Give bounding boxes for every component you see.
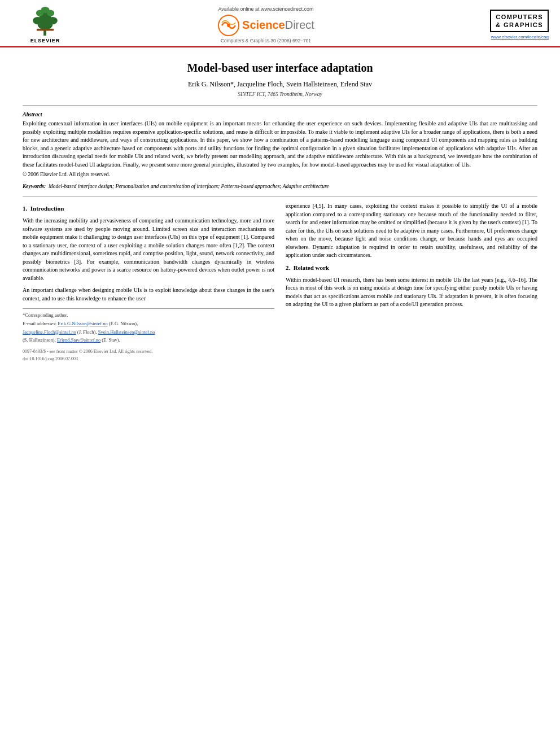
title-divider	[23, 105, 537, 106]
abstract-section: Abstract Exploiting contextual informati…	[23, 111, 537, 177]
bottom-doi-info: 0097-8493/$ - see front matter © 2006 El…	[23, 348, 274, 363]
svg-rect-8	[37, 29, 54, 31]
page-header: ELSEVIER Available online at www.science…	[0, 0, 560, 47]
keywords-text: Keywords: Model-based interface design; …	[23, 184, 329, 189]
content-divider	[23, 196, 537, 196]
paper-title: Model-based user interface adaptation	[23, 62, 537, 75]
elsevier-logo-container: ELSEVIER	[11, 6, 79, 43]
footnote-author-nilsson: (E.G. Nilsson),	[109, 321, 138, 326]
computers-graphics-logo: COMPUTERS & GRAPHICS	[490, 10, 549, 33]
footnote-email-1: E-mail addresses: Erik.G.Nilsson@sintef.…	[23, 320, 274, 327]
related-heading: 2. Related work	[286, 264, 537, 273]
intro-para-1: With the increasing mobility and pervasi…	[23, 217, 274, 282]
title-section: Model-based user interface adaptation Er…	[23, 56, 537, 97]
keywords-label: Keywords:	[23, 184, 46, 189]
sciencedirect-section: Available online at www.sciencedirect.co…	[79, 6, 453, 43]
intro-right-para-1: experience [4,5]. In many cases, exploit…	[286, 202, 537, 260]
footnote-email-stav[interactable]: Erlend.Stav@sintef.no	[57, 337, 100, 343]
related-title: Related work	[294, 264, 329, 271]
abstract-text: Exploiting contextual information in use…	[23, 120, 537, 169]
footnote-author-floch: (J. Floch),	[77, 329, 98, 335]
related-para-1: Within model-based UI research, there ha…	[286, 276, 537, 309]
footnote-author-hallsteinsen: (S. Hallsteinsen),	[23, 337, 57, 343]
footnote-email-nilsson[interactable]: Erik.G.Nilsson@sintef.no	[58, 321, 107, 326]
intro-para-2: An important challenge when designing mo…	[23, 286, 274, 303]
abstract-label: Abstract	[23, 111, 537, 117]
journal-info: Computers & Graphics 30 (2006) 692–701	[79, 38, 453, 43]
footnote-email-label: E-mail addresses:	[23, 321, 58, 326]
right-column: experience [4,5]. In many cases, exploit…	[286, 202, 537, 363]
intro-number: 1.	[23, 205, 27, 212]
left-column: 1. Introduction With the increasing mobi…	[23, 202, 274, 363]
footnote-email-2: Jacqueline.Floch@sintef.no (J. Floch), S…	[23, 329, 274, 336]
main-content: Model-based user interface adaptation Er…	[0, 47, 560, 374]
authors: Erik G. Nilsson*, Jacqueline Floch, Svei…	[23, 80, 537, 89]
svg-point-7	[41, 7, 49, 13]
elsevier-logo: ELSEVIER	[11, 6, 79, 43]
keywords-values: Model-based interface design; Personaliz…	[49, 184, 329, 189]
keywords-section: Keywords: Model-based interface design; …	[23, 183, 537, 190]
elsevier-text-label: ELSEVIER	[30, 38, 60, 43]
sciencedirect-icon	[217, 14, 240, 37]
bottom-doi: doi:10.1016/j.cag.2006.07.003	[23, 356, 274, 363]
sciencedirect-logo: ScienceDirect	[217, 14, 314, 37]
intro-title: Introduction	[30, 205, 64, 212]
cg-logo-line2: & GRAPHICS	[496, 21, 543, 29]
cg-logo-section: COMPUTERS & GRAPHICS www.elsevier.com/lo…	[453, 10, 549, 40]
cg-logo-line1: COMPUTERS	[496, 13, 543, 21]
svg-point-10	[227, 24, 230, 27]
footnotes-section: *Corresponding author. E-mail addresses:…	[23, 308, 274, 363]
available-online-text: Available online at www.sciencedirect.co…	[79, 6, 453, 12]
intro-heading: 1. Introduction	[23, 204, 274, 213]
footnote-corresponding: *Corresponding author.	[23, 312, 274, 319]
related-number: 2.	[286, 264, 290, 271]
sciencedirect-text: ScienceDirect	[242, 19, 314, 32]
footnote-author-stav: (E. Stav).	[102, 337, 120, 343]
footnote-email-hallsteinsen[interactable]: Svein.Hallsteinsen@sintef.no	[98, 329, 155, 335]
cg-url-link[interactable]: www.elsevier.com/locate/cag	[453, 34, 549, 40]
footnote-email-floch[interactable]: Jacqueline.Floch@sintef.no	[23, 329, 76, 335]
bottom-rights: 0097-8493/$ - see front matter © 2006 El…	[23, 348, 274, 356]
elsevier-tree-icon	[28, 6, 62, 37]
two-column-body: 1. Introduction With the increasing mobi…	[23, 202, 537, 363]
copyright: © 2006 Elsevier Ltd. All rights reserved…	[23, 172, 537, 177]
footnote-email-3: (S. Hallsteinsen), Erlend.Stav@sintef.no…	[23, 337, 274, 344]
affiliation: SINTEF ICT, 7465 Trondheim, Norway	[23, 91, 537, 97]
